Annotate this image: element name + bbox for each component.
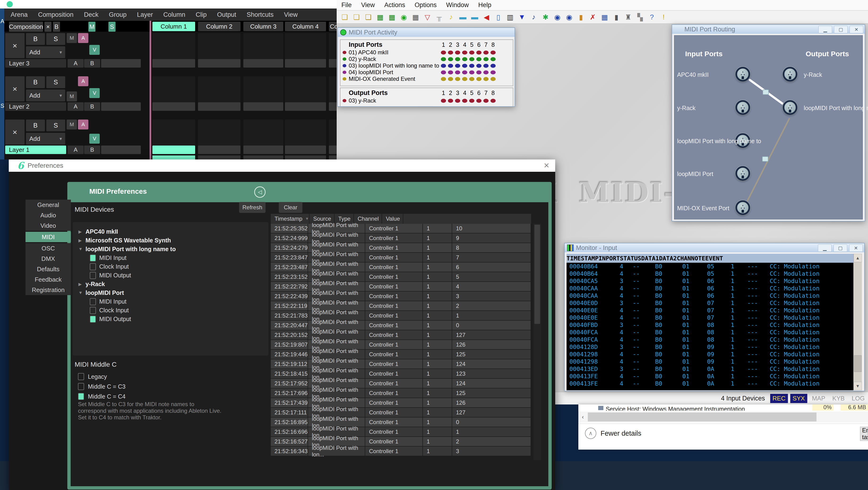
din-connector-input[interactable]: [736, 100, 750, 115]
table-row[interactable]: 21:52:25:352loopMIDI Port with lon...Con…: [271, 224, 531, 234]
status-toggle[interactable]: SYX: [790, 394, 807, 403]
option-checkbox[interactable]: [78, 373, 84, 380]
option-checkbox[interactable]: [78, 393, 84, 400]
column-header[interactable]: Column 3: [243, 22, 283, 31]
toolbar-icon[interactable]: ▮: [611, 12, 622, 22]
layer-name[interactable]: Layer 1: [5, 146, 66, 154]
din-connector-output[interactable]: [783, 100, 797, 115]
toolbar-icon[interactable]: ╥: [434, 12, 444, 22]
din-connector-input[interactable]: [736, 67, 750, 82]
sidebar-item[interactable]: OSC: [26, 243, 71, 253]
toolbar-icon[interactable]: ▚: [635, 12, 645, 22]
toolbar-icon[interactable]: ▦: [599, 12, 610, 22]
scrollbar-thumb[interactable]: [534, 225, 540, 324]
scrollbar-thumb[interactable]: [854, 355, 862, 372]
resolume-menu-item[interactable]: View: [284, 11, 298, 19]
middle-c-option[interactable]: Legacy: [75, 372, 125, 381]
layer-blendmode-dropdown[interactable]: Add▾: [26, 90, 65, 101]
composition-tab[interactable]: Composition: [9, 22, 43, 32]
input-port-row[interactable]: 02) y-Rack: [341, 56, 513, 62]
toolbar-icon[interactable]: ◉: [399, 12, 409, 22]
layer-clear-button[interactable]: ×: [5, 120, 25, 145]
sidebar-item[interactable]: DMX: [26, 253, 71, 264]
table-row[interactable]: 21:52:20:152loopMIDI Port with lon...Con…: [271, 330, 531, 340]
clip-cell[interactable]: [243, 33, 283, 68]
activity-titlebar[interactable]: MIDI Port Activity: [338, 28, 515, 37]
sidebar-item[interactable]: Registration: [26, 285, 71, 295]
table-row[interactable]: 21:52:16:696loopMIDI Port with lon...Con…: [271, 427, 531, 437]
layer-solo-button[interactable]: S: [46, 76, 65, 88]
clip-cell[interactable]: [285, 76, 326, 111]
layer-bypass-button[interactable]: B: [26, 120, 45, 131]
sidebar-item[interactable]: Audio: [26, 210, 71, 220]
layer-video-mini-button[interactable]: V: [89, 134, 100, 144]
routing-node[interactable]: [762, 156, 768, 162]
tree-checkbox[interactable]: [90, 272, 96, 279]
close-icon[interactable]: ✕: [544, 161, 550, 170]
toolbar-icon[interactable]: ◀: [481, 12, 492, 22]
din-connector-input[interactable]: [736, 166, 750, 181]
clip-cell[interactable]: [198, 76, 241, 111]
clip-cell-partial[interactable]: [285, 155, 326, 159]
composition-master-button[interactable]: M: [88, 22, 95, 32]
close-button[interactable]: ✕: [849, 244, 863, 252]
clip-cell[interactable]: [198, 33, 241, 68]
resolume-menu-item[interactable]: Composition: [38, 11, 73, 19]
status-toggle[interactable]: MAP: [810, 394, 828, 403]
clip-cell[interactable]: [152, 33, 195, 68]
table-row[interactable]: 21:52:16:895loopMIDI Port with lon...Con…: [271, 418, 531, 427]
tree-expand-icon[interactable]: ▶: [73, 229, 82, 234]
layer-audio-mini-button[interactable]: A: [78, 33, 88, 43]
din-connector-input[interactable]: [736, 200, 750, 215]
middle-c-option[interactable]: Middle C = C3: [75, 381, 125, 392]
midiox-menu-item[interactable]: Actions: [384, 1, 405, 9]
tree-item[interactable]: MIDI Output: [73, 271, 268, 280]
clear-button[interactable]: Clear: [279, 202, 302, 213]
scroll-left-icon[interactable]: ‹: [579, 411, 587, 422]
toolbar-icon[interactable]: ♪: [528, 12, 539, 22]
tree-item[interactable]: Clock Input: [73, 306, 268, 315]
toolbar-icon[interactable]: ♪: [446, 12, 456, 22]
routing-node[interactable]: [763, 90, 769, 95]
composition-speed-button[interactable]: S: [108, 22, 116, 32]
sidebar-item[interactable]: Feedback: [26, 274, 71, 285]
resolume-menu-item[interactable]: Deck: [84, 11, 98, 19]
table-row[interactable]: 21:52:17:952loopMIDI Port with lon...Con…: [271, 379, 531, 389]
toolbar-icon[interactable]: ▦: [387, 12, 397, 22]
status-toggle[interactable]: LOG: [849, 394, 867, 403]
toolbar-icon[interactable]: ?: [647, 12, 657, 22]
column-header[interactable]: Column 2: [198, 22, 241, 31]
layer-blendmode-dropdown[interactable]: Add▾: [26, 133, 65, 145]
sidebar-item[interactable]: General: [26, 200, 71, 210]
tree-checkbox[interactable]: [90, 298, 96, 305]
clip-cell[interactable]: [243, 76, 283, 111]
toolbar-icon[interactable]: ❏: [351, 12, 362, 22]
clip-cell[interactable]: [152, 120, 195, 154]
toolbar-icon[interactable]: ▦: [375, 12, 385, 22]
table-row[interactable]: 21:52:17:439loopMIDI Port with lon...Con…: [271, 398, 531, 408]
scrollbar-thumb[interactable]: [588, 412, 816, 422]
tree-checkbox[interactable]: [90, 263, 96, 270]
tree-expand-icon[interactable]: ▼: [73, 290, 82, 295]
layer-master-mini-button[interactable]: M: [67, 120, 77, 129]
table-row[interactable]: 21:52:20:447loopMIDI Port with lon...Con…: [271, 320, 531, 330]
midiox-menu-item[interactable]: View: [361, 1, 375, 9]
toolbar-icon[interactable]: ▮: [576, 12, 586, 22]
toolbar-icon[interactable]: ▦: [410, 12, 421, 22]
maximize-button[interactable]: ▢: [834, 26, 848, 33]
toolbar-icon[interactable]: ▬: [469, 12, 480, 22]
table-row[interactable]: 21:52:22:792loopMIDI Port with lon...Con…: [271, 282, 531, 292]
input-port-row[interactable]: 03) loopMIDI Port with long name to: [341, 62, 513, 69]
clip-cell[interactable]: [198, 120, 241, 154]
middle-c-option[interactable]: Middle C = C4: [75, 392, 125, 401]
table-row[interactable]: 21:52:23:847loopMIDI Port with lon...Con…: [271, 253, 531, 263]
scroll-down-icon[interactable]: ▼: [854, 382, 862, 390]
toolbar-icon[interactable]: ❏: [363, 12, 374, 22]
tree-expand-icon[interactable]: ▶: [73, 282, 82, 287]
table-row[interactable]: 21:52:23:152loopMIDI Port with lon...Con…: [271, 272, 531, 282]
input-port-row[interactable]: 01) APC40 mkII: [341, 49, 513, 56]
din-connector-output[interactable]: [783, 67, 797, 82]
status-toggle[interactable]: KYB: [830, 394, 847, 403]
layer-solo-button[interactable]: S: [46, 33, 65, 45]
composition-bypass-button[interactable]: B: [53, 22, 60, 32]
